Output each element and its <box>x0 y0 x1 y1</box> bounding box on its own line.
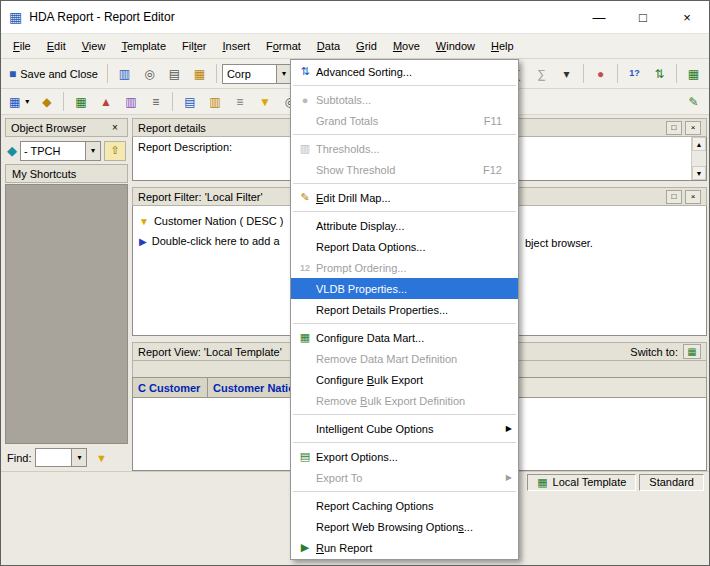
grid-graph-button[interactable]: ▥ <box>119 90 142 113</box>
status-template-segment[interactable]: ▦ Local Template <box>527 474 636 491</box>
menubar-item-help[interactable]: Help <box>483 36 522 56</box>
menu-item-configure-data-mart[interactable]: ▦Configure Data Mart... <box>291 327 518 348</box>
menu-item-report-data-options[interactable]: Report Data Options... <box>291 236 518 257</box>
menu-item-run-report[interactable]: ▶Run Report <box>291 537 518 558</box>
close-pane-icon[interactable]: × <box>108 122 122 133</box>
bookmarks-icon: ▥ <box>119 68 130 80</box>
dropdown-arrow-icon[interactable]: ▾ <box>71 449 86 466</box>
status-format-segment[interactable]: Standard <box>639 474 704 491</box>
menubar-item-grid[interactable]: Grid <box>348 36 385 56</box>
my-shortcuts-bar[interactable]: My Shortcuts <box>5 164 128 183</box>
menu-item-label: Subtotals... <box>316 94 371 106</box>
folder-up-button[interactable]: ⇧ <box>104 141 126 161</box>
menu-item-advanced-sorting[interactable]: ⇅Advanced Sorting... <box>291 61 518 82</box>
menu-item-attribute-display[interactable]: Attribute Display... <box>291 215 518 236</box>
report-details-button[interactable]: ≡ <box>228 90 251 113</box>
find-combo[interactable]: ▾ <box>35 448 87 467</box>
menubar-item-file[interactable]: File <box>5 36 39 56</box>
toolbar-separator <box>63 92 64 111</box>
minimize-button[interactable]: — <box>577 1 621 33</box>
export-report-icon: ▦ <box>688 68 699 80</box>
project-combo[interactable]: - TPCH ▾ <box>20 141 101 161</box>
save-and-close-icon: ■ <box>9 68 16 80</box>
export-report-button[interactable]: ▦ <box>682 62 705 85</box>
menu-item-label: Intelligent Cube Options <box>316 423 433 435</box>
menu-item-label: Configure Data Mart... <box>316 332 424 344</box>
menubar-item-view[interactable]: View <box>74 36 114 56</box>
menu-item-show-threshold: Show ThresholdF12 <box>291 159 518 180</box>
menu-item-label: Attribute Display... <box>316 220 404 232</box>
close-pane-button[interactable]: × <box>685 190 701 204</box>
menubar-item-insert[interactable]: Insert <box>214 36 258 56</box>
maximize-button[interactable]: □ <box>621 1 665 33</box>
menu-item-vldb-properties[interactable]: VLDB Properties... <box>291 278 518 299</box>
maximize-pane-button[interactable]: □ <box>666 121 682 135</box>
menu-shortcut: F12 <box>483 164 512 176</box>
menu-item-label: Configure Bulk Export <box>316 374 423 386</box>
dropdown-arrow-icon[interactable]: ▾ <box>276 65 291 83</box>
page-setup-button[interactable]: ▦ <box>188 62 211 85</box>
details-scrollbar[interactable]: ▲ ▼ <box>691 137 706 180</box>
menubar-item-data[interactable]: Data <box>309 36 348 56</box>
filter-condition-icon: ▼ <box>139 216 149 227</box>
run-report-icon: ▶ <box>294 541 316 554</box>
menu-item-export-options[interactable]: ▤Export Options... <box>291 446 518 467</box>
report-details-title: Report details <box>138 122 206 134</box>
menubar-item-format[interactable]: Format <box>258 36 309 56</box>
grid-view-icon: ▦ <box>75 96 86 108</box>
re-execute-icon: ● <box>597 68 604 80</box>
menubar-item-template[interactable]: Template <box>113 36 174 56</box>
grid-graph-icon: ▥ <box>125 96 136 108</box>
menu-item-grand-totals: Grand TotalsF11 <box>291 110 518 131</box>
re-execute-button[interactable]: ● <box>589 62 612 85</box>
prompt-ordering-button[interactable]: 1? <box>623 62 646 85</box>
menubar-item-window[interactable]: Window <box>428 36 483 56</box>
menu-item-label: Remove Bulk Export Definition <box>316 395 465 407</box>
view-filter-button[interactable]: ▼ <box>253 90 276 113</box>
menu-item-report-caching-options[interactable]: Report Caching Options <box>291 495 518 516</box>
menu-item-edit-drill-map[interactable]: ✎Edit Drill Map... <box>291 187 518 208</box>
swap-axes-icon: ⇅ <box>654 68 664 80</box>
report-objects-button[interactable]: ▤ <box>178 90 201 113</box>
menu-item-report-web-browsing-options[interactable]: Report Web Browsing Options... <box>291 516 518 537</box>
project-icon: ◆ <box>7 143 17 158</box>
menu-item-label: Report Caching Options <box>316 500 433 512</box>
totals-options-button[interactable]: ▾ <box>555 62 578 85</box>
find-filter-button[interactable]: ▼ <box>91 448 111 467</box>
bookmarks-button[interactable]: ▥ <box>113 62 136 85</box>
close-button[interactable]: × <box>665 1 709 33</box>
dropdown-arrow-icon[interactable]: ▾ <box>25 97 29 106</box>
graph-view-button[interactable]: ▲ <box>94 90 117 113</box>
print-button[interactable]: ▤ <box>163 62 186 85</box>
sql-view-button[interactable]: ≡ <box>144 90 167 113</box>
print-preview-button[interactable]: ◎ <box>138 62 161 85</box>
menubar-item-filter[interactable]: Filter <box>174 36 214 56</box>
switch-to-grid-button[interactable]: ▦ <box>683 344 701 359</box>
menu-item-report-details-properties[interactable]: Report Details Properties... <box>291 299 518 320</box>
design-mode-button[interactable]: ✎ <box>682 90 705 113</box>
design-view-button[interactable]: ◆ <box>35 90 58 113</box>
grid-icon: ▦ <box>687 346 696 357</box>
menu-item-configure-bulk-export[interactable]: Configure Bulk Export <box>291 369 518 390</box>
save-and-close-button[interactable]: ■Save and Close <box>5 62 102 85</box>
swap-axes-button[interactable]: ⇅ <box>648 62 671 85</box>
menu-item-intelligent-cube-options[interactable]: Intelligent Cube Options▶ <box>291 418 518 439</box>
menubar-item-move[interactable]: Move <box>385 36 428 56</box>
shortcuts-list[interactable] <box>5 184 128 444</box>
status-format-label: Standard <box>649 476 694 488</box>
object-browser-button[interactable]: ▥ <box>203 90 226 113</box>
menu-item-export-to: Export To▶ <box>291 467 518 488</box>
scroll-down-icon[interactable]: ▼ <box>692 166 706 180</box>
dataset-combo[interactable]: Corp▾ <box>222 64 292 84</box>
dropdown-arrow-icon[interactable]: ▾ <box>85 142 100 160</box>
remove-totals-button[interactable]: ∑ <box>530 62 553 85</box>
close-pane-button[interactable]: × <box>685 121 701 135</box>
menu-item-label: Grand Totals <box>316 115 378 127</box>
menubar-item-edit[interactable]: Edit <box>39 36 74 56</box>
maximize-pane-button[interactable]: □ <box>666 190 682 204</box>
edit-drill-map-icon: ✎ <box>294 191 316 204</box>
scroll-up-icon[interactable]: ▲ <box>692 137 706 151</box>
grid-view-button[interactable]: ▦ <box>69 90 92 113</box>
view-selector-button[interactable]: ▦▾ <box>5 90 33 113</box>
column-header[interactable]: C Customer <box>133 377 208 398</box>
